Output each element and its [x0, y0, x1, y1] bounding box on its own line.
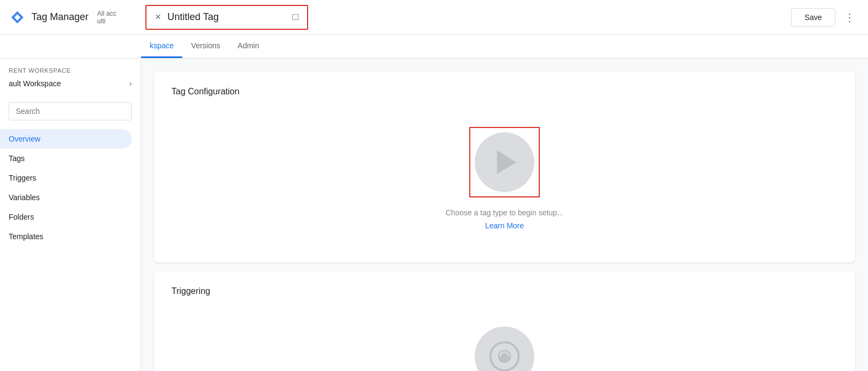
top-bar-left: Tag Manager All acc ulti — [0, 9, 141, 26]
main-content: RENT WORKSPACE ault Workspace › Overview… — [0, 59, 868, 371]
tab-admin[interactable]: Admin — [229, 35, 268, 58]
tag-name-label: Untitled Tag — [168, 11, 289, 23]
trigger-icon-circle[interactable] — [475, 327, 534, 371]
tag-config-learn-more[interactable]: Learn More — [485, 221, 524, 230]
tag-panel: Tag Configuration Choose a tag type to b… — [141, 59, 868, 371]
trigger-icon-svg — [488, 340, 521, 371]
chevron-right-icon: › — [129, 79, 132, 88]
folder-icon[interactable]: □ — [292, 11, 298, 23]
app-title: Tag Manager — [31, 11, 88, 23]
close-button[interactable]: × — [155, 11, 161, 23]
account-info: All acc ulti — [97, 10, 116, 25]
save-button[interactable]: Save — [791, 8, 835, 27]
tag-icon-highlight-box[interactable] — [469, 127, 540, 197]
tab-workspace[interactable]: kspace — [141, 35, 182, 58]
tag-config-card: Tag Configuration Choose a tag type to b… — [154, 72, 855, 263]
tag-config-hint: Choose a tag type to begin setup... — [445, 208, 563, 217]
sidebar-workspace-section: RENT WORKSPACE ault Workspace › — [0, 59, 141, 98]
sidebar-nav: Overview Tags Triggers Variables Folders… — [0, 129, 141, 246]
gtm-logo — [9, 9, 26, 26]
tag-title-bar: × Untitled Tag □ — [145, 5, 308, 30]
tag-config-title: Tag Configuration — [171, 87, 838, 97]
tab-versions[interactable]: Versions — [182, 35, 229, 58]
sidebar-item-overview[interactable]: Overview — [0, 129, 132, 149]
tag-icon-circle[interactable] — [475, 132, 534, 192]
search-input[interactable] — [9, 102, 132, 120]
sidebar-item-variables[interactable]: Variables — [0, 188, 132, 207]
triggering-icon-area: Choose a trigger to make this tag fire..… — [171, 309, 838, 371]
sidebar-item-triggers[interactable]: Triggers — [0, 168, 132, 188]
more-options-button[interactable]: ⋮ — [840, 9, 859, 26]
workspace-item[interactable]: ault Workspace › — [9, 74, 132, 93]
sidebar-item-tags[interactable]: Tags — [0, 149, 132, 168]
workspace-label: RENT WORKSPACE — [9, 67, 132, 74]
tag-config-icon-area: Choose a tag type to begin setup... Lear… — [171, 110, 838, 247]
sidebar-item-templates[interactable]: Templates — [0, 227, 132, 246]
sidebar-item-folders[interactable]: Folders — [0, 207, 132, 227]
triggering-title: Triggering — [171, 286, 838, 296]
nav-tabs: kspace Versions Admin — [0, 35, 868, 59]
content-area: N Cho tag Ad D Thi Edi W Na Err — [141, 59, 868, 371]
triggering-card: Triggering Choose a trigger to make this… — [154, 271, 855, 371]
top-bar: Tag Manager All acc ulti × Untitled Tag … — [0, 0, 868, 35]
top-bar-actions: Save ⋮ — [791, 8, 868, 27]
sidebar: RENT WORKSPACE ault Workspace › Overview… — [0, 59, 141, 371]
play-icon — [497, 150, 516, 174]
